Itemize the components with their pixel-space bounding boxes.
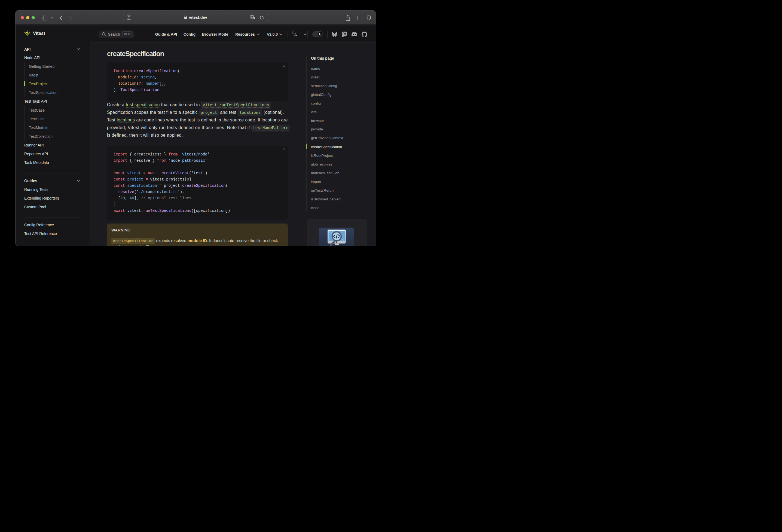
svg-text:x: x xyxy=(253,17,254,19)
svg-text:A: A xyxy=(251,16,253,18)
